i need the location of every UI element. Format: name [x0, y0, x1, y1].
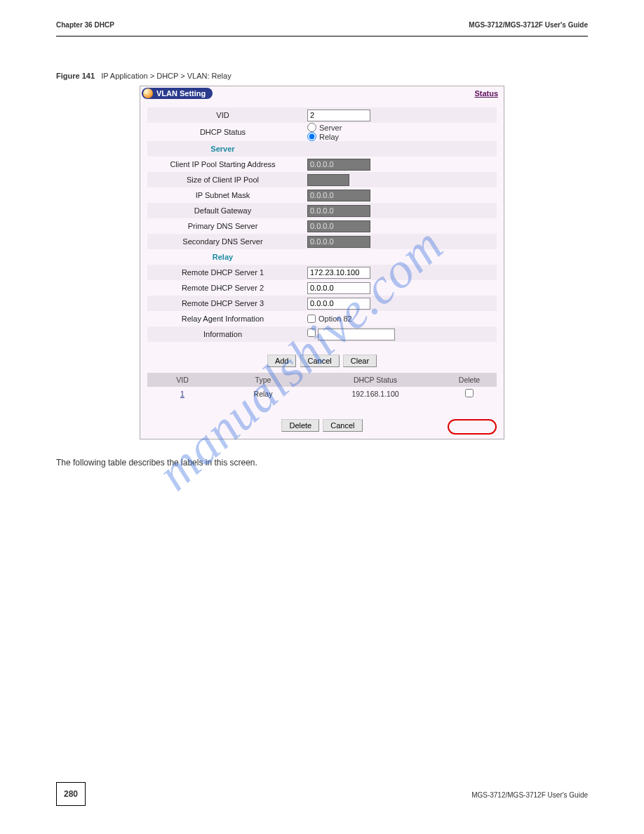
vlan-setting-panel: VLAN Setting Status VID DHCP Status Serv… [140, 86, 504, 439]
subnet-mask-input [307, 190, 370, 201]
clear-button[interactable]: Clear [343, 355, 377, 367]
primary-dns-label: Primary DNS Server [147, 222, 305, 230]
body-text: The following table describes the labels… [56, 457, 588, 469]
cancel-top-button[interactable]: Cancel [300, 355, 340, 367]
cancel-bottom-button[interactable]: Cancel [323, 419, 362, 432]
dhcp-status-relay-text: Relay [319, 133, 339, 141]
figure-text: IP Application > DHCP > VLAN: Relay [101, 72, 231, 80]
relay-section-head: Relay [213, 253, 233, 261]
relay-srv1-label: Remote DHCP Server 1 [147, 268, 305, 277]
status-link[interactable]: Status [474, 89, 498, 98]
page-number: 280 [56, 782, 86, 806]
dhcp-status-relay-radio[interactable] [307, 132, 316, 141]
information-input[interactable] [318, 329, 395, 340]
th-type: Type [217, 376, 309, 384]
vid-label: VID [147, 111, 305, 119]
secondary-dns-label: Secondary DNS Server [147, 237, 305, 246]
option82-text: Option 82 [318, 315, 352, 323]
row-status: 192.168.1.100 [309, 390, 442, 398]
default-gw-label: Default Gateway [147, 206, 305, 215]
option82-checkbox[interactable] [307, 315, 316, 323]
row-delete-checkbox[interactable] [465, 389, 474, 397]
dhcp-status-server-text: Server [319, 124, 342, 132]
secondary-dns-input [307, 236, 370, 248]
vid-input[interactable] [307, 110, 370, 121]
th-delete: Delete [442, 376, 497, 384]
relay-srv1-input[interactable] [307, 267, 370, 279]
dhcp-status-label: DHCP Status [147, 128, 305, 136]
pool-size-input [307, 174, 349, 186]
figure-caption: Figure 141 IP Application > DHCP > VLAN:… [56, 72, 588, 80]
client-ip-start-input [307, 159, 370, 171]
dhcp-status-server-radio[interactable] [307, 123, 316, 132]
orb-icon [143, 88, 153, 98]
information-label: Information [147, 330, 305, 338]
information-checkbox[interactable] [307, 329, 316, 337]
pool-size-label: Size of Client IP Pool [147, 176, 305, 184]
primary-dns-input [307, 220, 370, 232]
figure-label: Figure 141 [56, 72, 95, 80]
default-gw-input [307, 205, 370, 217]
subnet-mask-label: IP Subnet Mask [147, 191, 305, 199]
th-vid: VID [147, 376, 217, 384]
add-button[interactable]: Add [267, 355, 297, 367]
header-right: MGS-3712/MGS-3712F User's Guide [469, 21, 588, 29]
table-row: 1 Relay 192.168.1.100 [147, 387, 497, 401]
delete-button[interactable]: Delete [281, 419, 319, 432]
client-ip-start-label: Client IP Pool Starting Address [147, 160, 305, 168]
panel-title-badge: VLAN Setting [142, 88, 213, 99]
footer-right: MGS-3712/MGS-3712F User's Guide [471, 791, 588, 799]
header-left: Chapter 36 DHCP [56, 21, 114, 29]
relay-srv2-input[interactable] [307, 282, 370, 294]
relay-srv2-label: Remote DHCP Server 2 [147, 284, 305, 292]
relay-agent-info-label: Relay Agent Information [147, 315, 305, 323]
table-header: VID Type DHCP Status Delete [147, 373, 497, 387]
header-rule [56, 36, 588, 37]
relay-srv3-label: Remote DHCP Server 3 [147, 299, 305, 307]
server-section-head: Server [210, 145, 234, 153]
row-vid-link[interactable]: 1 [180, 390, 185, 398]
relay-srv3-input[interactable] [307, 298, 370, 310]
th-status: DHCP Status [309, 376, 442, 384]
row-type: Relay [217, 390, 309, 398]
red-oval-highlight [448, 419, 497, 435]
panel-title: VLAN Setting [156, 89, 206, 98]
